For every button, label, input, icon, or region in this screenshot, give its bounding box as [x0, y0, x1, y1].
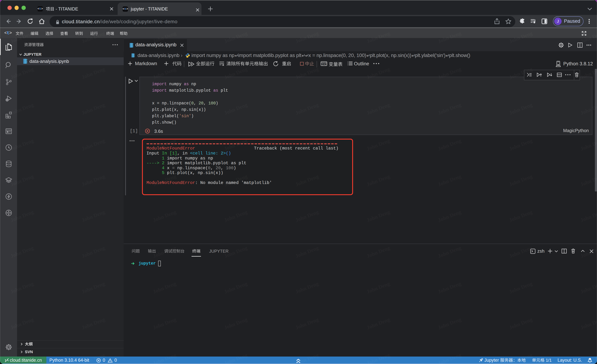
svg-text:(x): (x) — [322, 63, 327, 66]
